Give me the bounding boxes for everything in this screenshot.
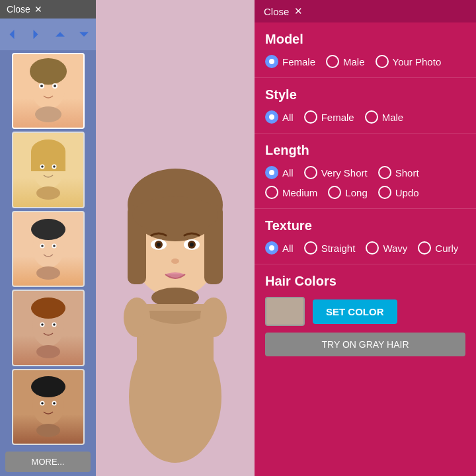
texture-straight-radio[interactable] xyxy=(304,241,317,255)
style-all-radio[interactable] xyxy=(265,110,278,124)
style-all-option[interactable]: All xyxy=(265,110,294,124)
close-label-right: Close xyxy=(264,6,289,17)
style-all-label: All xyxy=(282,112,294,123)
close-label-left: Close xyxy=(7,4,30,15)
texture-straight-option[interactable]: Straight xyxy=(304,241,356,255)
length-medium-radio[interactable] xyxy=(265,186,278,199)
model-male-label: Male xyxy=(343,56,365,67)
style-male-label: Male xyxy=(382,112,404,123)
thumbnail-4[interactable] xyxy=(12,290,85,366)
svg-point-5 xyxy=(54,85,56,87)
length-long-option[interactable]: Long xyxy=(328,186,367,199)
svg-point-13 xyxy=(53,165,56,168)
length-updo-label: Updo xyxy=(395,187,419,198)
thumbnail-2[interactable] xyxy=(12,132,85,208)
length-medium-option[interactable]: Medium xyxy=(265,186,317,199)
texture-title: Texture xyxy=(265,218,465,233)
model-section: Model Female Male Your Photo xyxy=(255,22,476,78)
hair-colors-section: Hair Colors SET COLOR TRY ON GRAY HAIR xyxy=(255,264,476,366)
length-updo-option[interactable]: Updo xyxy=(378,186,419,199)
face-svg-1 xyxy=(22,58,75,124)
style-section: Style All Female Male xyxy=(255,78,476,134)
svg-point-50 xyxy=(171,258,179,264)
texture-wavy-label: Wavy xyxy=(383,243,407,254)
model-female-label: Female xyxy=(282,56,315,67)
length-updo-radio[interactable] xyxy=(378,186,391,199)
length-long-radio[interactable] xyxy=(328,186,341,199)
length-short-option[interactable]: Short xyxy=(378,166,419,179)
style-male-radio[interactable] xyxy=(365,110,378,124)
arrow-up-button[interactable] xyxy=(51,24,69,45)
length-title: Length xyxy=(265,143,465,158)
arrow-down-button[interactable] xyxy=(75,24,93,45)
svg-point-43 xyxy=(132,196,218,233)
try-gray-button[interactable]: TRY ON GRAY HAIR xyxy=(265,333,465,356)
svg-point-28 xyxy=(36,345,60,358)
close-button-right[interactable]: Close ✕ xyxy=(255,0,476,22)
face-svg-5 xyxy=(22,374,75,440)
model-yourphoto-option[interactable]: Your Photo xyxy=(376,55,442,68)
svg-point-6 xyxy=(35,106,61,122)
color-swatch[interactable] xyxy=(265,297,305,326)
arrow-up-icon xyxy=(51,25,69,44)
texture-section: Texture All Straight Wavy Curly xyxy=(255,209,476,264)
model-female-radio[interactable] xyxy=(265,55,278,68)
close-button-left[interactable]: Close ✕ xyxy=(0,0,96,19)
texture-straight-label: Straight xyxy=(321,243,356,254)
svg-point-26 xyxy=(41,323,44,326)
texture-all-radio[interactable] xyxy=(265,241,278,255)
svg-point-16 xyxy=(31,219,65,240)
arrow-right-button[interactable] xyxy=(26,24,45,45)
thumbnail-5[interactable] xyxy=(12,369,85,445)
model-female-option[interactable]: Female xyxy=(265,55,315,68)
texture-all-option[interactable]: All xyxy=(265,241,294,255)
texture-wavy-option[interactable]: Wavy xyxy=(366,241,407,255)
arrow-down-icon xyxy=(75,25,93,44)
thumbnails-container xyxy=(0,50,96,448)
center-panel xyxy=(96,0,255,476)
thumbnail-3[interactable] xyxy=(12,211,85,287)
svg-point-19 xyxy=(41,245,44,247)
style-title: Style xyxy=(265,87,465,102)
length-short-radio[interactable] xyxy=(378,166,391,179)
texture-curly-label: Curly xyxy=(435,243,458,254)
set-color-button[interactable]: SET COLOR xyxy=(313,299,397,324)
close-icon-right: ✕ xyxy=(294,5,303,17)
texture-curly-option[interactable]: Curly xyxy=(418,241,458,255)
arrow-right-icon xyxy=(26,25,45,44)
arrow-left-icon xyxy=(3,25,21,44)
more-button[interactable]: MORE... xyxy=(5,452,91,472)
svg-point-35 xyxy=(36,424,60,437)
model-male-option[interactable]: Male xyxy=(326,55,365,68)
model-options: Female Male Your Photo xyxy=(265,55,465,68)
length-section: Length All Very Short Short Medium Long xyxy=(255,134,476,209)
close-icon-left: ✕ xyxy=(34,4,42,15)
model-yourphoto-radio[interactable] xyxy=(376,55,389,68)
svg-point-49 xyxy=(190,243,194,247)
length-vshort-option[interactable]: Very Short xyxy=(304,166,368,179)
thumbnail-1[interactable] xyxy=(12,53,85,129)
texture-options: All Straight Wavy Curly xyxy=(265,241,465,255)
svg-point-34 xyxy=(53,403,56,405)
style-female-radio[interactable] xyxy=(304,110,317,124)
length-options: All Very Short Short Medium Long Updo xyxy=(265,166,465,199)
svg-point-21 xyxy=(36,266,60,280)
right-panel: Close ✕ Model Female Male Your Photo Sty… xyxy=(255,0,476,476)
texture-wavy-radio[interactable] xyxy=(366,241,379,255)
model-yourphoto-label: Your Photo xyxy=(393,56,442,67)
model-male-radio[interactable] xyxy=(326,55,339,68)
texture-curly-radio[interactable] xyxy=(418,241,431,255)
svg-point-53 xyxy=(200,298,227,337)
nav-arrows xyxy=(0,19,96,50)
length-long-label: Long xyxy=(345,187,367,198)
svg-point-14 xyxy=(36,186,60,200)
length-all-radio[interactable] xyxy=(265,166,278,179)
arrow-left-button[interactable] xyxy=(3,24,21,45)
length-all-option[interactable]: All xyxy=(265,166,294,179)
length-vshort-radio[interactable] xyxy=(304,166,317,179)
svg-point-52 xyxy=(124,298,150,337)
style-male-option[interactable]: Male xyxy=(365,110,404,124)
style-female-option[interactable]: Female xyxy=(304,110,354,124)
model-title: Model xyxy=(265,32,465,47)
face-svg-3 xyxy=(22,216,75,282)
